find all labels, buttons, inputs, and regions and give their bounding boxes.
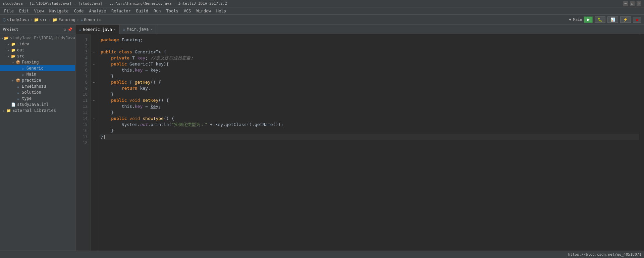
gutter-item-3[interactable]: − bbox=[91, 49, 97, 55]
code-editor[interactable]: 123456789101112131415161718 −−−−− packag… bbox=[75, 34, 644, 251]
sidebar-item--idea[interactable]: ▸📁.idea bbox=[0, 41, 75, 47]
code-line-16[interactable]: } bbox=[101, 128, 639, 134]
sidebar-item-practice[interactable]: ▸📦practice bbox=[0, 77, 75, 83]
menu-item-vcs[interactable]: VCS bbox=[181, 8, 194, 14]
line-number-9: 9 bbox=[75, 85, 90, 91]
gutter-item-5[interactable]: − bbox=[91, 61, 97, 67]
code-line-18[interactable] bbox=[101, 140, 639, 146]
code-line-5[interactable]: public Generic(T key){ bbox=[101, 61, 639, 67]
breadcrumb-src[interactable]: 📁 src bbox=[34, 17, 47, 22]
code-line-13[interactable]: } bbox=[101, 110, 639, 116]
tab-icon-generic: ☕ bbox=[79, 27, 81, 32]
line-number-2: 2 bbox=[75, 43, 90, 49]
menu-item-tools[interactable]: Tools bbox=[164, 8, 181, 14]
menu-item-refactor[interactable]: Refactor bbox=[109, 8, 133, 14]
tree-indent bbox=[0, 84, 11, 89]
fanxing-label: Fanxing bbox=[58, 17, 75, 22]
code-line-17[interactable]: }| bbox=[101, 134, 639, 140]
tree-arrow-externallibraries: ▸ bbox=[1, 109, 6, 113]
menu-item-code[interactable]: Code bbox=[71, 8, 87, 14]
menu-item-view[interactable]: View bbox=[32, 8, 47, 14]
menu-item-run[interactable]: Run bbox=[151, 8, 164, 14]
code-line-4[interactable]: private T key; //定义泛型成员变量; bbox=[101, 55, 639, 61]
tree-icon-folder: 📂 bbox=[11, 53, 16, 59]
gutter-item-14[interactable]: − bbox=[91, 116, 97, 122]
menu-item-analyze[interactable]: Analyze bbox=[86, 8, 109, 14]
menu-item-build[interactable]: Build bbox=[133, 8, 151, 14]
run-config-label: ▼ bbox=[569, 17, 571, 22]
gutter-item-13 bbox=[91, 110, 97, 116]
title-bar: studyJava - [E:\IDEA\studyJava] - [study… bbox=[0, 0, 644, 7]
debug-button[interactable]: 🐛 bbox=[595, 16, 605, 23]
breadcrumb-fanxing[interactable]: 📁 Fanxing bbox=[52, 17, 75, 22]
tree-label-type: type bbox=[22, 96, 32, 101]
line-numbers: 123456789101112131415161718 bbox=[75, 34, 91, 251]
code-line-11[interactable]: public void setKey() { bbox=[101, 97, 639, 103]
minimize-button[interactable]: ─ bbox=[623, 1, 628, 6]
run-button[interactable]: ▶ bbox=[584, 16, 593, 23]
tree-label-solution: Solution bbox=[22, 90, 41, 95]
tab-generic[interactable]: ☕Generic.java✕ bbox=[75, 25, 119, 34]
sidebar-item-solution[interactable]: ☕Solution bbox=[0, 89, 75, 95]
line-number-1: 1 bbox=[75, 37, 90, 43]
src-icon: 📁 bbox=[34, 17, 39, 22]
tree-indent bbox=[0, 60, 11, 64]
tab-bar: ☕Generic.java✕☕Main.java✕ bbox=[75, 25, 644, 34]
gutter: −−−−− bbox=[91, 34, 97, 251]
gutter-item-11[interactable]: − bbox=[91, 97, 97, 103]
profile-button[interactable]: ⚡ bbox=[620, 16, 631, 23]
toolbar-right: ▼ Main ▶ 🐛 📊 ⚡ ■ bbox=[569, 16, 641, 23]
sidebar-item-type[interactable]: ☕type bbox=[0, 95, 75, 101]
sidebar-gear-icon[interactable]: ⚙ bbox=[64, 27, 66, 32]
sidebar-item-externallibraries[interactable]: ▸📁External Libraries bbox=[0, 108, 75, 114]
gutter-item-8[interactable]: − bbox=[91, 79, 97, 85]
tree-indent bbox=[0, 72, 15, 77]
sidebar-item-erweishuzu[interactable]: ☕Erweishuzu bbox=[0, 83, 75, 89]
line-number-17: 17 bbox=[75, 134, 90, 140]
gutter-item-17 bbox=[91, 134, 97, 140]
tree-arrow-practice: ▸ bbox=[11, 79, 15, 82]
coverage-button[interactable]: 📊 bbox=[607, 16, 618, 23]
menu-item-window[interactable]: Window bbox=[194, 8, 213, 14]
code-line-10[interactable]: } bbox=[101, 91, 639, 97]
title-bar-controls[interactable]: ─ □ ✕ bbox=[623, 1, 641, 6]
menu-item-file[interactable]: File bbox=[1, 8, 16, 14]
sidebar-item-out[interactable]: ▸📁out bbox=[0, 47, 75, 53]
code-line-3[interactable]: public class Generic<T> { bbox=[101, 49, 639, 55]
code-line-6[interactable]: this.key = key; bbox=[101, 67, 639, 73]
close-button[interactable]: ✕ bbox=[637, 1, 641, 6]
tab-close-main[interactable]: ✕ bbox=[150, 28, 152, 31]
code-line-1[interactable]: package Fanxing; bbox=[101, 37, 639, 43]
sidebar-item-fanxing[interactable]: ▾📦Fanxing bbox=[0, 59, 75, 65]
menu-item-help[interactable]: Help bbox=[214, 8, 229, 14]
code-line-9[interactable]: return key; bbox=[101, 85, 639, 91]
code-line-7[interactable]: } bbox=[101, 73, 639, 79]
sidebar-pin-icon[interactable]: 📌 bbox=[67, 27, 72, 32]
sidebar-item-studyjava[interactable]: ▾📂studyJava E:\IDEA\studyJava bbox=[0, 35, 75, 41]
code-line-12[interactable]: this.key = key; bbox=[101, 103, 639, 110]
line-number-13: 13 bbox=[75, 110, 90, 116]
stop-button[interactable]: ■ bbox=[633, 17, 641, 23]
breadcrumb-generic[interactable]: ☕ Generic bbox=[80, 17, 101, 22]
code-line-15[interactable]: System.out.println("实例化类型为：" + key.getCl… bbox=[101, 122, 639, 128]
sidebar-item-studyjava-iml[interactable]: 📄studyJava.iml bbox=[0, 101, 75, 108]
code-line-8[interactable]: public T getKey() { bbox=[101, 79, 639, 85]
sidebar-item-src[interactable]: ▾📂src bbox=[0, 53, 75, 59]
tree-label-studyjava-iml: studyJava.iml bbox=[17, 102, 49, 107]
code-line-2[interactable] bbox=[101, 43, 639, 49]
menu-item-navigate[interactable]: Navigate bbox=[47, 8, 71, 14]
tab-close-generic[interactable]: ✕ bbox=[114, 28, 116, 31]
generic-icon: ☕ bbox=[80, 17, 83, 22]
line-number-10: 10 bbox=[75, 91, 90, 97]
breadcrumb-project: ⬡ studyJava bbox=[3, 17, 29, 22]
code-line-14[interactable]: public void showType() { bbox=[101, 116, 639, 122]
tree-indent bbox=[0, 42, 6, 46]
sidebar-item-generic[interactable]: ☕Generic bbox=[0, 65, 75, 71]
tab-main[interactable]: ☕Main.java✕ bbox=[119, 25, 156, 34]
sidebar-item-main[interactable]: ☕Main bbox=[0, 71, 75, 77]
menu-item-edit[interactable]: Edit bbox=[16, 8, 32, 14]
code-content[interactable]: package Fanxing; public class Generic<T>… bbox=[97, 34, 639, 251]
tree-label-src: src bbox=[17, 54, 24, 58]
tree-indent bbox=[0, 54, 6, 58]
maximize-button[interactable]: □ bbox=[630, 1, 635, 6]
